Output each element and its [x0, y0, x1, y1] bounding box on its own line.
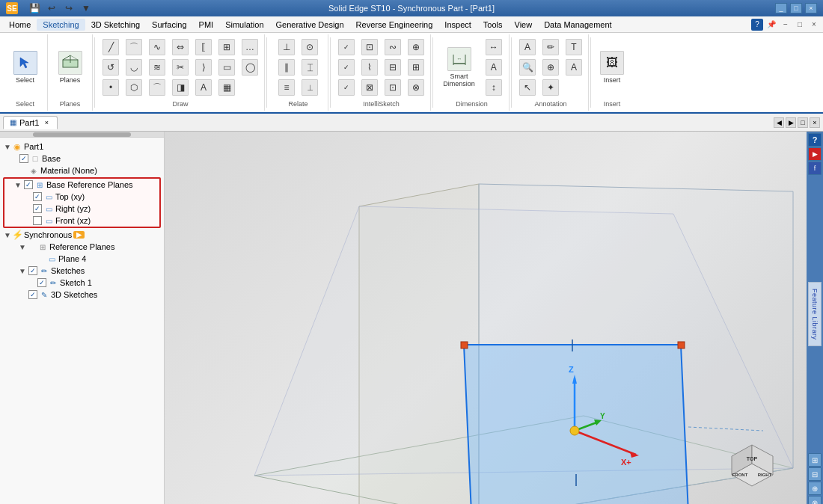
- dim-btn1[interactable]: ↔: [483, 37, 505, 57]
- mirror-btn[interactable]: ⇔: [169, 37, 192, 57]
- tree-item-base-ref-planes[interactable]: ▼ ⊞ Base Reference Planes: [4, 179, 159, 191]
- tree-expand-ref-planes[interactable]: ▼: [18, 242, 27, 251]
- menu-simulation[interactable]: Simulation: [219, 19, 269, 31]
- ribbon-help-btn[interactable]: ?: [751, 19, 763, 31]
- quick-access-dropdown[interactable]: ▼: [79, 1, 94, 16]
- menu-inspect[interactable]: Inspect: [438, 19, 477, 31]
- is-btn12[interactable]: ⊗: [405, 78, 427, 97]
- point-btn[interactable]: •: [100, 78, 122, 97]
- facebook-icon-btn[interactable]: f: [808, 162, 822, 175]
- hatch-btn[interactable]: ▦: [215, 78, 238, 97]
- ann-btn2[interactable]: ✏: [539, 37, 562, 57]
- maximize-button[interactable]: □: [790, 3, 802, 13]
- menu-view[interactable]: View: [509, 19, 539, 31]
- more-btn[interactable]: …: [239, 37, 261, 57]
- tree-expand-sync[interactable]: ▼: [3, 230, 12, 239]
- tab-close-btn[interactable]: ×: [810, 117, 820, 128]
- help-icon-btn[interactable]: ?: [808, 133, 822, 147]
- is-btn8[interactable]: ⊞: [405, 58, 427, 77]
- ribbon-pin-btn[interactable]: 📌: [765, 19, 777, 31]
- fillet-btn[interactable]: ⌒: [146, 78, 168, 97]
- tree-item-root[interactable]: ▼ ◉ Part1: [0, 141, 164, 153]
- line-btn[interactable]: ╱: [100, 37, 122, 57]
- dim-btn3[interactable]: ↕: [483, 78, 505, 97]
- relate-btn3[interactable]: ≡: [275, 78, 298, 97]
- ann-btn8[interactable]: ✦: [539, 78, 562, 97]
- app-restore-btn[interactable]: □: [794, 19, 806, 31]
- tree-item-sketch1[interactable]: ▶ ✏ Sketch 1: [0, 277, 164, 289]
- menu-sketching[interactable]: Sketching: [37, 19, 85, 31]
- select-button[interactable]: Select: [9, 48, 42, 87]
- smart-dimension-button[interactable]: ↔ Smart Dimension: [438, 44, 480, 90]
- minimize-button[interactable]: _: [775, 3, 787, 13]
- undo-button[interactable]: ↩: [44, 1, 59, 16]
- feature-lib-btn[interactable]: Feature Library: [808, 282, 822, 347]
- youtube-icon-btn[interactable]: ▶: [808, 147, 822, 161]
- tree-item-right-yz[interactable]: ▶ ▭ Right (yz): [4, 203, 159, 215]
- tree-check-sketches[interactable]: [28, 266, 37, 275]
- tree-expand-root[interactable]: ▼: [3, 142, 12, 151]
- panel-scrollbar[interactable]: [0, 132, 164, 138]
- save-button[interactable]: 💾: [27, 1, 42, 16]
- ann-btn5[interactable]: ⊕: [539, 58, 562, 77]
- ellipse-btn[interactable]: ◯: [239, 58, 261, 77]
- nav-cube[interactable]: TOP FRONT RIGHT: [720, 434, 784, 499]
- tree-expand-base-ref[interactable]: ▼: [13, 180, 22, 189]
- insert-btn[interactable]: 🖼 Insert: [596, 48, 628, 87]
- tree-item-front-xz[interactable]: ▶ ▭ Front (xz): [4, 215, 159, 227]
- trim-btn[interactable]: ✂: [169, 58, 192, 77]
- tab-restore-btn[interactable]: □: [798, 117, 808, 128]
- undo-draw-btn[interactable]: ↺: [100, 58, 122, 77]
- ann-btn3[interactable]: T: [563, 37, 585, 57]
- tree-item-material[interactable]: ▶ ◈ Material (None): [0, 165, 164, 176]
- menu-pmi[interactable]: PMI: [193, 19, 220, 31]
- ribbon-minimize-btn[interactable]: −: [780, 19, 792, 31]
- tree-check-front[interactable]: [33, 216, 42, 225]
- tab-nav-next[interactable]: ▶: [786, 117, 796, 128]
- tree-item-ref-planes[interactable]: ▼ ⊞ Reference Planes: [0, 241, 164, 253]
- curve-btn[interactable]: ∿: [146, 37, 168, 57]
- arc2-btn[interactable]: ◡: [123, 58, 145, 77]
- spline-btn[interactable]: ≋: [146, 58, 168, 77]
- text-btn[interactable]: A: [192, 78, 215, 97]
- ann-btn6[interactable]: A: [563, 58, 585, 77]
- tree-item-plane4[interactable]: ▶ ▭ Plane 4: [0, 253, 164, 265]
- close-button[interactable]: ×: [805, 3, 817, 13]
- tree-check-base[interactable]: [19, 154, 28, 163]
- relate-btn2[interactable]: ∥: [275, 58, 298, 77]
- icon-btn-2[interactable]: ⊟: [808, 467, 822, 481]
- menu-generative-design[interactable]: Generative Design: [270, 19, 350, 31]
- menu-data-management[interactable]: Data Management: [538, 19, 618, 31]
- dim-btn2[interactable]: A: [483, 58, 505, 77]
- chamfer-btn[interactable]: ◨: [169, 78, 192, 97]
- tree-check-top[interactable]: [33, 192, 42, 201]
- polygon-btn[interactable]: ⬡: [123, 78, 145, 97]
- icon-btn-3[interactable]: ⊕: [808, 482, 822, 495]
- redo-button[interactable]: ↪: [61, 1, 76, 16]
- ann-btn4[interactable]: 🔍: [516, 58, 539, 77]
- tree-check-3d-sketches[interactable]: [28, 290, 37, 299]
- is-btn10[interactable]: ⊠: [358, 78, 381, 97]
- menu-reverse-engineering[interactable]: Reverse Engineering: [350, 19, 439, 31]
- relate-btn6[interactable]: ⟂: [299, 78, 321, 97]
- menu-surfacing[interactable]: Surfacing: [146, 19, 192, 31]
- is-btn11[interactable]: ⊡: [382, 78, 404, 97]
- tree-check-right[interactable]: [33, 204, 42, 213]
- is-btn9[interactable]: ✓: [335, 78, 358, 97]
- is-btn7[interactable]: ⊟: [382, 58, 404, 77]
- tree-check-sketch1[interactable]: [37, 278, 46, 287]
- icon-btn-4[interactable]: ⊗: [808, 496, 822, 504]
- viewport[interactable]: Z X+ Y TOP: [165, 132, 807, 504]
- rect-btn[interactable]: ▭: [215, 58, 238, 77]
- relate-btn5[interactable]: ⌶: [299, 58, 321, 77]
- icon-btn-1[interactable]: ⊞: [808, 453, 822, 467]
- tab-nav-prev[interactable]: ◀: [774, 117, 784, 128]
- tree-item-top-xy[interactable]: ▶ ▭ Top (xy): [4, 191, 159, 203]
- menu-tools[interactable]: Tools: [477, 19, 509, 31]
- relate-btn4[interactable]: ⊙: [299, 37, 321, 57]
- menu-home[interactable]: Home: [3, 19, 37, 31]
- is-btn6[interactable]: ⌇: [358, 58, 381, 77]
- is-btn1[interactable]: ✓: [335, 37, 358, 57]
- is-btn3[interactable]: ∾: [382, 37, 404, 57]
- tree-item-synchronous[interactable]: ▼ ⚡ Synchronous ▶: [0, 229, 164, 241]
